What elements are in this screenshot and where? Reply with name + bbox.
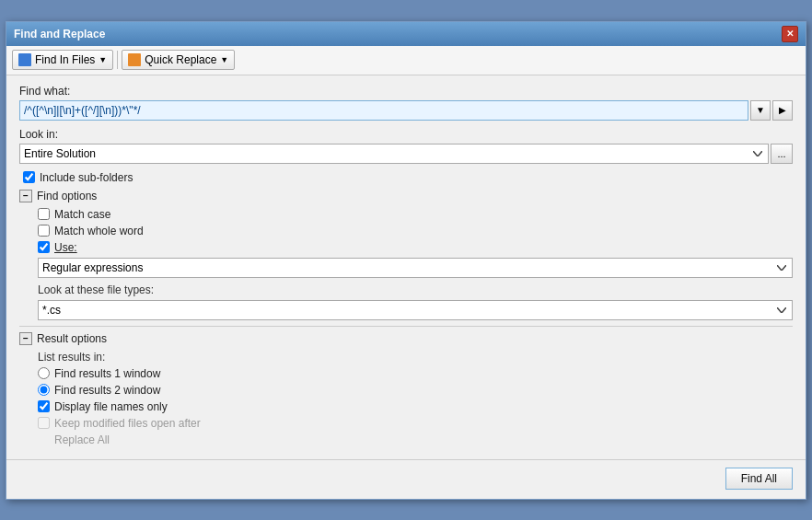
use-label[interactable]: Use:: [54, 241, 77, 254]
keep-modified-label: Keep modified files open after: [54, 417, 201, 430]
result-options-header: − Result options: [19, 332, 793, 345]
replace-all-label: Replace All: [54, 433, 110, 446]
dialog-title: Find and Replace: [14, 28, 105, 40]
find-options-header: − Find options: [19, 190, 793, 202]
match-case-label[interactable]: Match case: [54, 208, 110, 221]
find-next-button[interactable]: ▶: [772, 100, 793, 121]
include-subfolders-checkbox[interactable]: [23, 171, 35, 183]
match-case-row: Match case: [34, 208, 793, 221]
find-what-label: Find what:: [19, 85, 793, 98]
binoculars-icon: [18, 53, 31, 66]
find-input[interactable]: [19, 100, 748, 121]
list-results-label: List results in:: [34, 351, 793, 364]
find-replace-dialog: Find and Replace ✕ Find In Files ▼ Quick…: [6, 21, 806, 500]
regex-select-row: Regular expressions: [34, 258, 793, 278]
quick-replace-button[interactable]: Quick Replace ▼: [122, 50, 235, 70]
results2-label[interactable]: Find results 2 window: [54, 384, 160, 397]
results1-radio[interactable]: [38, 367, 50, 379]
find-all-button[interactable]: Find All: [725, 468, 793, 490]
keep-modified-row: Keep modified files open after: [34, 417, 793, 430]
include-subfolders-row: Include sub-folders: [19, 171, 793, 184]
file-types-label: Look at these file types:: [34, 283, 793, 296]
replace-all-label-row: Replace All: [34, 433, 793, 446]
use-checkbox[interactable]: [38, 241, 50, 253]
match-whole-word-row: Match whole word: [34, 225, 793, 237]
browse-button[interactable]: ...: [771, 144, 793, 164]
results2-radio[interactable]: [38, 384, 50, 396]
dropdown-arrow-icon: ▼: [99, 55, 107, 64]
result-options-title: Result options: [37, 332, 107, 345]
file-types-row: *.cs: [34, 300, 793, 320]
quick-replace-arrow-icon: ▼: [220, 55, 228, 64]
results2-row: Find results 2 window: [34, 384, 793, 397]
results1-label[interactable]: Find results 1 window: [54, 367, 160, 380]
find-all-label: Find All: [741, 472, 777, 485]
use-row: Use:: [34, 241, 793, 254]
display-file-names-row: Display file names only: [34, 400, 793, 413]
keep-modified-checkbox: [38, 417, 50, 429]
close-button[interactable]: ✕: [782, 26, 798, 42]
look-in-row: Look in: Entire Solution ...: [19, 128, 793, 164]
toolbar-divider: [117, 51, 118, 69]
find-in-files-label: Find In Files: [35, 53, 95, 66]
find-input-row: ▼ ▶: [19, 100, 793, 121]
separator: [19, 326, 793, 327]
dialog-content: Find what: ▼ ▶ Look in: Entire Solution …: [6, 75, 806, 456]
toolbar: Find In Files ▼ Quick Replace ▼: [6, 46, 806, 75]
result-options-collapse-button[interactable]: −: [19, 332, 32, 345]
find-in-files-button[interactable]: Find In Files ▼: [12, 50, 113, 70]
quick-replace-label: Quick Replace: [145, 53, 216, 66]
results1-row: Find results 1 window: [34, 367, 793, 380]
look-in-select[interactable]: Entire Solution: [19, 144, 769, 164]
display-file-names-label[interactable]: Display file names only: [54, 400, 168, 413]
title-bar: Find and Replace ✕: [6, 22, 806, 46]
find-what-row: Find what: ▼ ▶: [19, 85, 793, 121]
look-in-label: Look in:: [19, 128, 793, 141]
result-options-content: List results in: Find results 1 window F…: [19, 351, 793, 446]
browse-label: ...: [777, 148, 785, 159]
quick-replace-icon: [128, 53, 141, 66]
file-types-select[interactable]: *.cs: [38, 300, 793, 320]
find-options-content: Match case Match whole word Use: Regular…: [19, 208, 793, 320]
display-file-names-checkbox[interactable]: [38, 400, 50, 412]
match-whole-word-label[interactable]: Match whole word: [54, 225, 144, 237]
find-dropdown-button[interactable]: ▼: [750, 100, 771, 121]
find-options-collapse-button[interactable]: −: [19, 190, 32, 202]
find-options-title: Find options: [37, 190, 97, 202]
match-whole-word-checkbox[interactable]: [38, 225, 50, 237]
include-subfolders-label[interactable]: Include sub-folders: [40, 171, 133, 184]
use-type-select[interactable]: Regular expressions: [38, 258, 793, 278]
match-case-checkbox[interactable]: [38, 208, 50, 220]
dialog-footer: Find All: [6, 459, 806, 499]
lookin-input-row: Entire Solution ...: [19, 144, 793, 164]
